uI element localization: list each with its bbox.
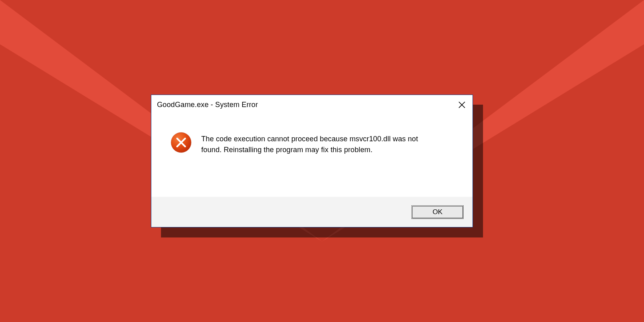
error-icon [171, 132, 192, 153]
dialog-title: GoodGame.exe - System Error [157, 101, 452, 109]
close-button[interactable] [452, 95, 472, 114]
close-icon [458, 101, 465, 108]
dialog-button-area: OK [151, 197, 473, 227]
dialog-message: The code execution cannot proceed becaus… [201, 134, 458, 155]
ok-button[interactable]: OK [411, 205, 464, 219]
titlebar[interactable]: GoodGame.exe - System Error [151, 95, 473, 114]
dialog-body: The code execution cannot proceed becaus… [151, 114, 473, 197]
error-dialog: GoodGame.exe - System Error [151, 95, 473, 227]
